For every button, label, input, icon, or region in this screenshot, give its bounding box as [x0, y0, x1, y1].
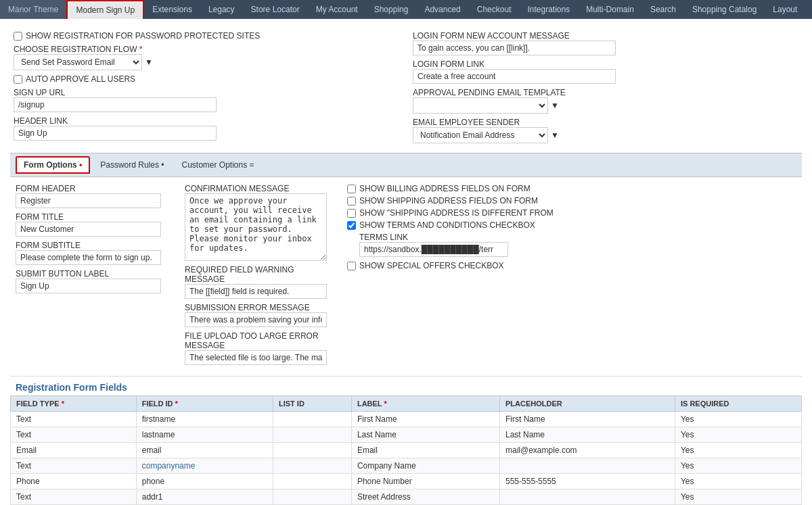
required-field-warning-input[interactable] [185, 284, 327, 299]
confirmation-message-textarea[interactable]: Once we approve your account, you will r… [185, 193, 327, 261]
submit-button-label-input[interactable] [16, 279, 161, 293]
tab-password-rules[interactable]: Password Rules • [93, 157, 171, 173]
login-form-link-input[interactable] [413, 69, 616, 84]
login-form-new-account-label: LOGIN FORM NEW ACCOUNT MESSAGE [413, 31, 798, 41]
form-title-label: FORM TITLE [16, 212, 171, 222]
nav-item-integrations[interactable]: Integrations [519, 0, 578, 19]
show-registration-label: SHOW REGISTRATION FOR PASSWORD PROTECTED… [26, 31, 260, 41]
cell-is-required: Yes [675, 458, 801, 474]
confirmation-message-label: CONFIRMATION MESSAGE [185, 184, 334, 193]
col-label: LABEL * [351, 396, 499, 412]
show-terms-label: SHOW TERMS AND CONDITIONS CHECKBOX [359, 220, 535, 230]
nav-item-extensions[interactable]: Extensions [144, 0, 200, 19]
nav-item-legacy[interactable]: Legacy [200, 0, 243, 19]
cell-list-id [273, 427, 351, 443]
cell-label: Email [351, 443, 499, 458]
cell-field-id[interactable]: phone [136, 474, 273, 489]
cell-field-type: Text [11, 427, 137, 443]
cell-field-type: Text [11, 412, 137, 427]
cell-field-type: Email [11, 443, 137, 458]
header-link-label: HEADER LINK [14, 116, 399, 126]
submission-error-label: SUBMISSION ERROR MESSAGE [185, 303, 334, 312]
show-shipping-checkbox[interactable] [347, 197, 356, 206]
form-options-right: SHOW BILLING ADDRESS FIELDS ON FORM SHOW… [347, 184, 796, 369]
cell-field-id[interactable]: email [136, 443, 273, 458]
col-field-type: FIELD TYPE * [11, 396, 137, 412]
show-special-offers-label: SHOW SPECIAL OFFERS CHECKBOX [359, 261, 504, 270]
top-navigation: Manor Theme Modern Sign Up Extensions Le… [0, 0, 812, 19]
sign-up-url-input[interactable] [14, 97, 217, 112]
sign-up-url-label: SIGN UP URL [14, 88, 399, 97]
table-row: Phone phone Phone Number 555-555-5555 Ye… [11, 474, 802, 489]
cell-list-id [273, 489, 351, 505]
cell-placeholder: mail@example.com [500, 443, 675, 458]
select-arrow-icon: ▼ [145, 57, 153, 67]
show-billing-checkbox[interactable] [347, 185, 356, 193]
cell-is-required: Yes [675, 443, 801, 458]
form-options-middle: CONFIRMATION MESSAGE Once we approve you… [185, 184, 334, 369]
choose-registration-flow-label: CHOOSE REGISTRATION FLOW * [14, 45, 399, 54]
email-sender-arrow-icon: ▼ [551, 130, 559, 140]
file-upload-error-input[interactable] [185, 350, 327, 365]
cell-field-id[interactable]: firstname [136, 412, 273, 427]
form-options-section: FORM HEADER FORM TITLE FORM SUBTITLE SUB… [10, 177, 802, 376]
tab-customer-options[interactable]: Customer Options = [174, 157, 261, 173]
show-terms-checkbox[interactable] [347, 221, 356, 230]
nav-item-manor-theme[interactable]: Manor Theme [0, 0, 66, 19]
cell-field-id[interactable]: companyname [136, 458, 273, 474]
cell-field-id[interactable]: lastname [136, 427, 273, 443]
form-options-left: FORM HEADER FORM TITLE FORM SUBTITLE SUB… [16, 184, 171, 369]
nav-item-my-account[interactable]: My Account [308, 0, 366, 19]
show-special-offers-checkbox[interactable] [347, 262, 356, 270]
cell-is-required: Yes [675, 427, 801, 443]
top-left-column: SHOW REGISTRATION FOR PASSWORD PROTECTED… [14, 31, 399, 147]
nav-item-shopping-catalog[interactable]: Shopping Catalog [684, 0, 765, 19]
login-form-link-label: LOGIN FORM LINK [413, 59, 798, 69]
show-registration-checkbox[interactable] [14, 32, 22, 41]
approval-pending-select[interactable] [413, 97, 548, 114]
show-shipping-different-row: SHOW "SHIPPING ADDRESS IS DIFFERENT FROM [347, 208, 796, 218]
show-terms-row: SHOW TERMS AND CONDITIONS CHECKBOX [347, 220, 796, 230]
nav-item-multi-domain[interactable]: Multi-Domain [578, 0, 642, 19]
table-row: Text lastname Last Name Last Name Yes [11, 427, 802, 443]
nav-item-shopping[interactable]: Shopping [366, 0, 417, 19]
header-link-input[interactable] [14, 126, 217, 141]
cell-placeholder [500, 489, 675, 505]
email-employee-sender-label: EMAIL EMPLOYEE SENDER [413, 118, 798, 127]
tab-form-options[interactable]: Form Options • [16, 156, 90, 174]
nav-item-modern-signup[interactable]: Modern Sign Up [66, 0, 144, 19]
form-header-input[interactable] [16, 193, 161, 208]
submission-error-input[interactable] [185, 312, 327, 327]
cell-is-required: Yes [675, 474, 801, 489]
nav-item-search[interactable]: Search [642, 0, 684, 19]
registration-table: FIELD TYPE * FIELD ID * LIST ID LABEL * … [10, 395, 802, 505]
auto-approve-row: AUTO APPROVE ALL USERS [14, 74, 399, 84]
terms-link-input[interactable] [359, 242, 508, 257]
customer-options-eq: = [250, 160, 254, 170]
show-billing-label: SHOW BILLING ADDRESS FIELDS ON FORM [359, 184, 531, 193]
nav-item-store-locator[interactable]: Store Locator [243, 0, 308, 19]
approval-pending-label: APPROVAL PENDING EMAIL TEMPLATE [413, 88, 798, 97]
tab-bar: Form Options • Password Rules • Customer… [10, 153, 802, 177]
cell-list-id [273, 474, 351, 489]
required-field-warning-label: REQUIRED FIELD WARNING MESSAGE [185, 265, 334, 284]
col-is-required: IS REQUIRED [675, 396, 801, 412]
cell-is-required: Yes [675, 489, 801, 505]
nav-item-checkout[interactable]: Checkout [469, 0, 520, 19]
cell-placeholder: First Name [500, 412, 675, 427]
nav-item-advanced[interactable]: Advanced [416, 0, 468, 19]
cell-field-type: Phone [11, 474, 137, 489]
show-shipping-different-checkbox[interactable] [347, 209, 356, 218]
auto-approve-checkbox[interactable] [14, 75, 22, 84]
registration-flow-select[interactable]: Send Set Password Email [14, 54, 142, 70]
col-field-id: FIELD ID * [136, 396, 273, 412]
cell-field-id[interactable]: addr1 [136, 489, 273, 505]
field-id-star: * [175, 400, 178, 408]
email-employee-sender-select[interactable]: Notification Email Address [413, 127, 548, 143]
label-star: * [384, 400, 386, 408]
nav-item-layout[interactable]: Layout [765, 0, 805, 19]
login-form-new-account-input[interactable] [413, 41, 616, 55]
form-subtitle-input[interactable] [16, 250, 161, 265]
cell-label: Last Name [351, 427, 499, 443]
form-title-input[interactable] [16, 222, 161, 237]
